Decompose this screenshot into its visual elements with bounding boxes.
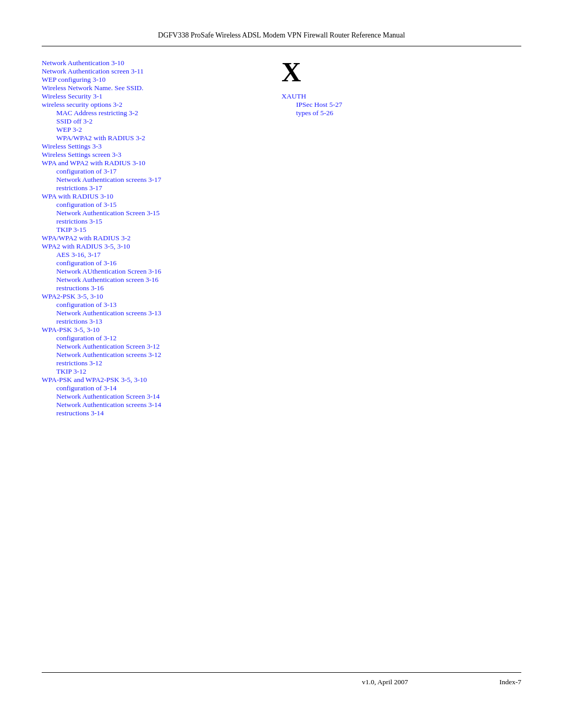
header-title: DGFV338 ProSafe Wireless ADSL Modem VPN … [158,31,405,39]
left-entry-29: configuration of 3-13 [42,301,261,309]
left-entry-20: TKIP 3-15 [42,226,261,234]
left-entry-22: WPA2 with RADIUS 3-5, 3-10 [42,242,261,251]
left-entry-27: restructions 3-16 [42,284,261,292]
right-entry-0: XAUTH [282,92,521,101]
footer-version: v1.0, April 2007 [271,678,499,686]
left-entry-2: WEP configuring 3-10 [42,76,261,84]
left-entry-38: WPA-PSK and WPA2-PSK 3-5, 3-10 [42,376,261,384]
left-entry-31: restrictions 3-13 [42,317,261,326]
page: DGFV338 ProSafe Wireless ADSL Modem VPN … [0,0,563,728]
content-area: Network Authentication 3-10Network Authe… [42,59,521,651]
left-entry-35: Network Authentication screens 3-12 [42,351,261,359]
left-entry-41: Network Authentication screens 3-14 [42,401,261,409]
left-entry-33: configuration of 3-12 [42,334,261,342]
page-header: DGFV338 ProSafe Wireless ADSL Modem VPN … [42,31,521,46]
section-letter-x: X [282,59,521,86]
left-entry-14: Network Authentication screens 3-17 [42,176,261,184]
left-entry-8: WEP 3-2 [42,126,261,134]
left-entry-18: Network Authentication Screen 3-15 [42,209,261,217]
left-entry-4: Wireless Security 3-1 [42,92,261,101]
left-column: Network Authentication 3-10Network Authe… [42,59,261,651]
left-entry-42: restructions 3-14 [42,409,261,417]
left-entry-39: configuration of 3-14 [42,384,261,392]
left-entry-3: Wireless Network Name. See SSID. [42,84,261,92]
left-entry-23: AES 3-16, 3-17 [42,251,261,259]
left-entry-17: configuration of 3-15 [42,201,261,209]
left-entry-19: restrictions 3-15 [42,217,261,226]
left-entry-28: WPA2-PSK 3-5, 3-10 [42,292,261,301]
left-entry-11: Wireless Settings screen 3-3 [42,151,261,159]
right-column: XXAUTHIPSec Host 5-27types of 5-26 [282,59,521,651]
left-entry-15: restrictions 3-17 [42,184,261,192]
left-entry-37: TKIP 3-12 [42,367,261,376]
left-entry-7: SSID off 3-2 [42,117,261,126]
left-entry-34: Network Authentication Screen 3-12 [42,342,261,351]
left-entry-30: Network Authentication screens 3-13 [42,309,261,317]
left-entry-6: MAC Address restricting 3-2 [42,109,261,117]
left-entry-12: WPA and WPA2 with RADIUS 3-10 [42,159,261,167]
left-entry-32: WPA-PSK 3-5, 3-10 [42,326,261,334]
left-entry-0: Network Authentication 3-10 [42,59,261,67]
page-footer: v1.0, April 2007 Index-7 [42,672,521,686]
left-entry-25: Network AUthentication Screen 3-16 [42,267,261,276]
left-entry-16: WPA with RADIUS 3-10 [42,192,261,201]
left-entry-13: configuration of 3-17 [42,167,261,176]
right-entry-2: types of 5-26 [282,109,521,117]
left-entry-9: WPA/WPA2 with RADIUS 3-2 [42,134,261,142]
footer-page: Index-7 [499,678,521,686]
left-entry-5: wireless security options 3-2 [42,101,261,109]
left-entry-26: Network Authentication screen 3-16 [42,276,261,284]
left-entry-36: restrictions 3-12 [42,359,261,367]
left-entry-40: Network Authentication Screen 3-14 [42,392,261,401]
left-entry-10: Wireless Settings 3-3 [42,142,261,151]
left-entry-24: configuration of 3-16 [42,259,261,267]
left-entry-1: Network Authentication screen 3-11 [42,67,261,76]
left-entry-21: WPA/WPA2 with RADIUS 3-2 [42,234,261,242]
right-entry-1: IPSec Host 5-27 [282,101,521,109]
